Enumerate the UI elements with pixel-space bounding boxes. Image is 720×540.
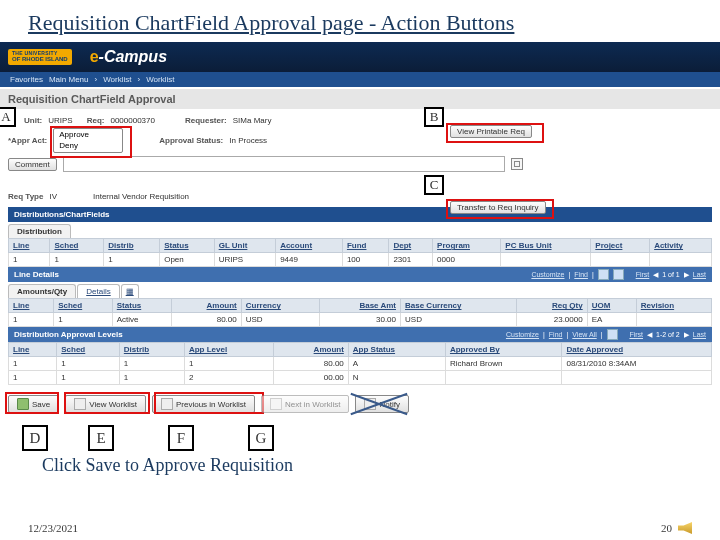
- col[interactable]: Status: [112, 299, 171, 313]
- col[interactable]: GL Unit: [214, 239, 275, 253]
- appr-act-label: *Appr Act:: [8, 136, 47, 145]
- callout-f: F: [168, 425, 194, 451]
- col[interactable]: Line: [9, 239, 50, 253]
- col[interactable]: Sched: [57, 343, 120, 357]
- table-row: 111180.00ARichard Brown08/31/2010 8:34AM: [9, 357, 712, 371]
- comment-button[interactable]: Comment: [8, 158, 57, 171]
- customize-link[interactable]: Customize: [531, 271, 564, 278]
- download-icon[interactable]: [613, 269, 624, 280]
- cell: 1: [9, 313, 54, 327]
- line-bar-title: Line Details: [14, 270, 59, 279]
- redbox-f: [154, 392, 264, 414]
- cell: [636, 313, 711, 327]
- first-link[interactable]: First: [629, 331, 643, 338]
- cell: 1: [9, 371, 57, 385]
- callout-e: E: [88, 425, 114, 451]
- col[interactable]: PC Bus Unit: [501, 239, 591, 253]
- cell: Open: [160, 253, 214, 267]
- col[interactable]: Revision: [636, 299, 711, 313]
- col[interactable]: Distrib: [119, 343, 184, 357]
- find-link[interactable]: Find: [549, 331, 563, 338]
- cell: [591, 253, 650, 267]
- chevron-right-icon: ›: [137, 75, 140, 84]
- col[interactable]: App Level: [184, 343, 274, 357]
- col[interactable]: Amount: [172, 299, 242, 313]
- customize-link[interactable]: Customize: [506, 331, 539, 338]
- content-area: A Unit: URIPS Req: 0000000370 Requester:…: [0, 109, 720, 389]
- cell: 1: [119, 371, 184, 385]
- col[interactable]: Date Approved: [562, 343, 712, 357]
- cell: USD: [241, 313, 319, 327]
- cell: 80.00: [274, 357, 348, 371]
- col[interactable]: Distrib: [104, 239, 160, 253]
- cell: [501, 253, 591, 267]
- expand-icon[interactable]: [511, 158, 523, 170]
- redbox-a: [50, 126, 132, 158]
- redbox-e: [64, 392, 150, 414]
- col[interactable]: Activity: [650, 239, 712, 253]
- breadcrumb-bar: Favorites Main Menu› Worklist› Worklist: [0, 72, 720, 87]
- requester-label: Requester:: [185, 116, 227, 125]
- cell: 1: [9, 253, 50, 267]
- ecampus-rest: -Campus: [99, 48, 167, 65]
- col[interactable]: Base Currency: [401, 299, 517, 313]
- cell: USD: [401, 313, 517, 327]
- col[interactable]: Status: [160, 239, 214, 253]
- cell: 100: [342, 253, 389, 267]
- chevron-right-icon: ›: [94, 75, 97, 84]
- col[interactable]: Amount: [274, 343, 348, 357]
- download-icon[interactable]: [607, 329, 618, 340]
- main-menu-link[interactable]: Main Menu: [49, 75, 89, 84]
- transfer-button[interactable]: Transfer to Req Inquiry: [450, 201, 546, 214]
- tab-expand-icon[interactable]: ▦: [121, 284, 139, 298]
- dist-tab[interactable]: Distribution: [8, 224, 71, 238]
- appr-bar-title: Distribution Approval Levels: [14, 330, 123, 339]
- fav-link[interactable]: Favorites: [10, 75, 43, 84]
- cell: 1: [54, 313, 113, 327]
- col[interactable]: Sched: [50, 239, 104, 253]
- callout-b: B: [424, 107, 444, 127]
- tab-details[interactable]: Details: [77, 284, 119, 298]
- col[interactable]: UOM: [587, 299, 636, 313]
- col[interactable]: Fund: [342, 239, 389, 253]
- grid-icon[interactable]: [598, 269, 609, 280]
- callout-a: A: [0, 107, 16, 127]
- cell: 9449: [276, 253, 343, 267]
- viewall-link[interactable]: View All: [572, 331, 596, 338]
- worklist-link-2[interactable]: Worklist: [146, 75, 174, 84]
- find-link[interactable]: Find: [574, 271, 588, 278]
- cell: 1: [184, 357, 274, 371]
- line-table: LineSchedStatusAmountCurrencyBase AmtBas…: [8, 298, 712, 327]
- worklist-link[interactable]: Worklist: [103, 75, 131, 84]
- status-label: Approval Status:: [159, 136, 223, 145]
- col[interactable]: Approved By: [445, 343, 562, 357]
- cell: URIPS: [214, 253, 275, 267]
- last-link[interactable]: Last: [693, 271, 706, 278]
- comment-box[interactable]: [63, 156, 505, 172]
- first-link[interactable]: First: [636, 271, 650, 278]
- col[interactable]: Currency: [241, 299, 319, 313]
- instruction-text: Click Save to Approve Requisition: [0, 453, 720, 476]
- cell: 08/31/2010 8:34AM: [562, 357, 712, 371]
- col[interactable]: Line: [9, 343, 57, 357]
- last-link[interactable]: Last: [693, 331, 706, 338]
- col[interactable]: Dept: [389, 239, 433, 253]
- page-title: Requisition ChartField Approval: [0, 89, 720, 109]
- uri-banner: THE UNIVERSITY OF RHODE ISLAND e-Campus: [0, 42, 720, 72]
- view-printable-button[interactable]: View Printable Req: [450, 125, 532, 138]
- col[interactable]: Program: [433, 239, 501, 253]
- col[interactable]: Account: [276, 239, 343, 253]
- reqtype-desc: Internal Vendor Requisition: [93, 192, 189, 201]
- cell: EA: [587, 313, 636, 327]
- col[interactable]: Project: [591, 239, 650, 253]
- slide-date: 12/23/2021: [28, 522, 78, 534]
- col[interactable]: Line: [9, 299, 54, 313]
- col[interactable]: Sched: [54, 299, 113, 313]
- cell: Active: [112, 313, 171, 327]
- col[interactable]: Req Qty: [517, 299, 587, 313]
- col[interactable]: Base Amt: [320, 299, 401, 313]
- tab-amounts[interactable]: Amounts/Qty: [8, 284, 76, 298]
- slide-title: Requisition ChartField Approval page - A…: [0, 0, 720, 42]
- col[interactable]: App Status: [348, 343, 445, 357]
- requester-value: SIMa Mary: [233, 116, 272, 125]
